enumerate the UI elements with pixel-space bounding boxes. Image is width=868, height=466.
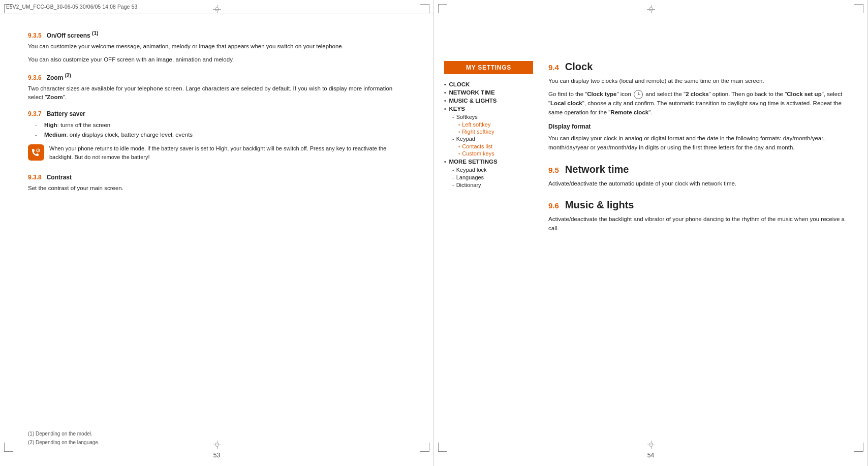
menu-label-clock: CLOCK xyxy=(449,81,470,87)
crosshair-bottom xyxy=(213,441,221,449)
settings-sidebar: MY SETTINGS • CLOCK • NETWORK TIME • MUS… xyxy=(434,30,533,441)
page-number-right: 54 xyxy=(647,452,654,459)
footnote-2: (2) Depending on the language. xyxy=(28,438,100,447)
corner-mark-bl xyxy=(4,443,13,452)
header-text: E5V2_UM_FCC-GB_30-06-05 30/06/05 14:08 P… xyxy=(6,4,137,10)
section-num-937: 9.3.7 xyxy=(28,110,42,117)
section-num-94: 9.4 xyxy=(548,63,559,72)
section-938: 9.3.8 Contrast Set the contrast of your … xyxy=(28,174,406,193)
section-title-95: Network time xyxy=(565,164,629,175)
menu-item-music: • MUSIC & LIGHTS xyxy=(444,98,533,104)
section-title-96: Music & lights xyxy=(565,199,634,211)
battery-item-high: - High: turns off the screen xyxy=(35,120,406,130)
subsub-left-softkey: • Left softkey xyxy=(444,121,533,128)
warning-icon xyxy=(28,144,44,161)
settings-header: MY SETTINGS xyxy=(444,61,533,74)
section-935: 9.3.5 On/Off screens (1) You can customi… xyxy=(28,30,406,65)
corner-mark-br xyxy=(420,443,429,452)
warning-box: When your phone returns to idle mode, if… xyxy=(28,144,406,166)
menu-item-clock: • CLOCK xyxy=(444,81,533,87)
section-title-94: Clock xyxy=(565,61,593,73)
menu-item-keys: • KEYS xyxy=(444,106,533,112)
menu-label-music: MUSIC & LIGHTS xyxy=(449,98,497,104)
page-number-left: 53 xyxy=(213,452,220,459)
footnote-1: (1) Depending on the model. xyxy=(28,429,100,438)
section-937: 9.3.7 Battery saver - High: turns off th… xyxy=(28,110,406,166)
section-936: 9.3.6 Zoom (2) Two character sizes are a… xyxy=(28,73,406,103)
warning-text: When your phone returns to idle mode, if… xyxy=(49,144,406,162)
menu-item-more: • MORE SETTINGS xyxy=(444,159,533,165)
corner-mark-tr-r xyxy=(854,4,863,13)
crosshair-top-r xyxy=(647,5,655,13)
para-935-1: You can customize your welcome message, … xyxy=(28,42,406,51)
menu-label-network: NETWORK TIME xyxy=(449,89,495,96)
section-95: 9.5 Network time Activate/deactivate the… xyxy=(548,164,847,189)
sub-softkeys: - Softkeys xyxy=(444,114,533,120)
menu-label-keys: KEYS xyxy=(449,106,465,112)
section-num-95: 9.5 xyxy=(548,166,559,174)
subsub-right-softkey: • Right softkey xyxy=(444,129,533,135)
section-94-header: 9.4 Clock xyxy=(548,61,847,73)
section-num-935: 9.3.5 xyxy=(28,32,42,39)
sup-935: (1) xyxy=(92,30,98,36)
para-96-1: Activate/deactivate the backlight and vi… xyxy=(548,215,847,233)
section-num-96: 9.6 xyxy=(548,201,559,210)
battery-item-medium: - Medium: only displays clock, battery c… xyxy=(35,130,406,139)
para-935-2: You can also customize your OFF screen w… xyxy=(28,55,406,65)
crosshair-top xyxy=(213,5,221,13)
corner-mark-bl-r xyxy=(438,443,447,452)
section-num-938: 9.3.8 xyxy=(28,174,42,181)
corner-mark-tl-r xyxy=(438,4,447,13)
subsub-custom-keys: • Custom keys xyxy=(444,150,533,157)
sub-keypad: - Keypad xyxy=(444,136,533,142)
section-title-938: Contrast xyxy=(47,174,72,181)
para-936-1: Two character sizes are available for yo… xyxy=(28,84,406,103)
para-94-3: You can display your clock in analog or … xyxy=(548,134,847,152)
sub-languages: - Languages xyxy=(444,174,533,180)
para-95-1: Activate/deactivate the automatic update… xyxy=(548,179,847,189)
sup-936: (2) xyxy=(65,73,71,78)
clock-type-icon xyxy=(634,90,643,99)
section-title-936: Zoom (2) xyxy=(47,73,71,81)
display-format-title: Display format xyxy=(548,122,847,132)
section-title-935: On/Off screens (1) xyxy=(47,30,99,39)
menu-item-network: • NETWORK TIME xyxy=(444,89,533,96)
para-94-2: Go first to the "Clock type" icon and se… xyxy=(548,90,847,117)
content-area: 9.4 Clock You can display two clocks (lo… xyxy=(533,30,867,441)
section-num-936: 9.3.6 xyxy=(28,74,42,81)
para-938-1: Set the contrast of your main screen. xyxy=(28,184,406,193)
battery-items: - High: turns off the screen - Medium: o… xyxy=(28,120,406,139)
section-96: 9.6 Music & lights Activate/deactivate t… xyxy=(548,199,847,233)
crosshair-bottom-r xyxy=(647,441,655,449)
section-96-header: 9.6 Music & lights xyxy=(548,199,847,211)
page-left: E5V2_UM_FCC-GB_30-06-05 30/06/05 14:08 P… xyxy=(0,0,434,466)
page-right: MY SETTINGS • CLOCK • NETWORK TIME • MUS… xyxy=(434,0,868,466)
subsub-contacts-list: • Contacts list xyxy=(444,143,533,149)
corner-mark-br-r xyxy=(854,443,863,452)
menu-label-more: MORE SETTINGS xyxy=(449,159,498,165)
footnotes: (1) Depending on the model. (2) Dependin… xyxy=(28,429,100,447)
section-94: 9.4 Clock You can display two clocks (lo… xyxy=(548,61,847,152)
para-94-1: You can display two clocks (local and re… xyxy=(548,77,847,86)
section-title-937: Battery saver xyxy=(47,110,85,117)
sub-dictionary: - Dictionary xyxy=(444,182,533,188)
sub-keypad-lock: - Keypad lock xyxy=(444,167,533,173)
section-95-header: 9.5 Network time xyxy=(548,164,847,175)
